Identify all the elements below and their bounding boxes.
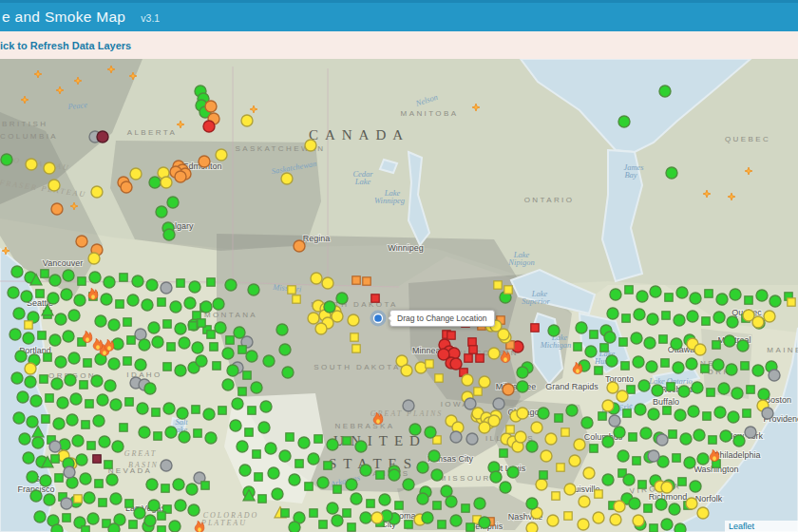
monitor-dot[interactable] — [51, 524, 63, 532]
monitor-dot[interactable] — [63, 331, 74, 342]
monitor-dot[interactable] — [709, 436, 716, 444]
monitor-dot[interactable] — [61, 498, 72, 509]
monitor-dot[interactable] — [30, 490, 42, 502]
monitor-dot[interactable] — [606, 355, 618, 367]
monitor-dot[interactable] — [623, 474, 635, 485]
monitor-dot[interactable] — [15, 351, 27, 362]
monitor-dot[interactable] — [324, 462, 332, 469]
monitor-dot[interactable] — [170, 301, 181, 313]
monitor-dot[interactable] — [526, 522, 538, 532]
monitor-dot[interactable] — [87, 442, 95, 449]
monitor-dot[interactable] — [661, 519, 673, 530]
monitor-dot[interactable] — [327, 503, 338, 514]
monitor-dot[interactable] — [139, 339, 150, 351]
monitor-dot[interactable] — [44, 162, 55, 174]
monitor-dot[interactable] — [360, 512, 371, 523]
monitor-dot[interactable] — [465, 398, 476, 409]
monitor-dot[interactable] — [65, 374, 76, 386]
monitor-dot[interactable] — [728, 411, 739, 423]
monitor-dot[interactable] — [648, 450, 659, 462]
monitor-dot[interactable] — [547, 515, 559, 526]
monitor-dot[interactable] — [526, 441, 538, 452]
monitor-dot[interactable] — [148, 322, 160, 333]
monitor-dot[interactable] — [207, 278, 215, 286]
monitor-dot[interactable] — [144, 515, 156, 526]
monitor-dot[interactable] — [97, 394, 108, 406]
monitor-dot[interactable] — [127, 294, 139, 306]
monitor-dot[interactable] — [49, 334, 61, 346]
monitor-dot[interactable] — [19, 433, 30, 445]
monitor-dot[interactable] — [745, 296, 752, 304]
monitor-dot[interactable] — [692, 382, 703, 393]
monitor-dot[interactable] — [44, 353, 51, 361]
monitor-dot[interactable] — [237, 441, 248, 452]
monitor-dot[interactable] — [602, 400, 614, 411]
monitor-dot[interactable] — [479, 517, 490, 528]
monitor-dot[interactable] — [409, 424, 421, 435]
monitor-dot[interactable] — [595, 367, 602, 374]
monitor-dot[interactable] — [629, 433, 636, 441]
monitor-dot[interactable] — [53, 418, 65, 429]
monitor-dot[interactable] — [165, 427, 177, 438]
monitor-dot[interactable] — [322, 277, 333, 289]
monitor-dot[interactable] — [222, 348, 234, 359]
monitor-dot[interactable] — [727, 316, 738, 328]
monitor-dot[interactable] — [468, 338, 476, 346]
monitor-dot[interactable] — [177, 279, 184, 287]
monitor-dot[interactable] — [30, 395, 42, 407]
monitor-dot[interactable] — [503, 384, 514, 395]
monitor-dot[interactable] — [371, 294, 379, 302]
monitor-dot[interactable] — [720, 430, 732, 442]
monitor-dot[interactable] — [661, 359, 669, 367]
monitor-dot[interactable] — [623, 409, 631, 417]
monitor-dot[interactable] — [714, 407, 726, 418]
monitor-dot[interactable] — [74, 294, 86, 306]
monitor-dot[interactable] — [127, 336, 135, 344]
monitor-dot[interactable] — [745, 427, 756, 438]
monitor-dot[interactable] — [200, 301, 212, 313]
monitor-dot[interactable] — [694, 344, 706, 355]
monitor-dot[interactable] — [500, 482, 511, 493]
monitor-dot[interactable] — [68, 310, 80, 321]
monitor-dot[interactable] — [405, 521, 412, 528]
monitor-dot[interactable] — [49, 441, 61, 452]
monitor-dot[interactable] — [638, 481, 646, 488]
monitor-dot[interactable] — [93, 415, 104, 427]
monitor-dot[interactable] — [13, 308, 25, 319]
monitor-dot[interactable] — [108, 523, 120, 532]
monitor-dot[interactable] — [23, 332, 34, 344]
monitor-dot[interactable] — [669, 504, 680, 515]
monitor-dot[interactable] — [10, 329, 21, 340]
monitor-dot[interactable] — [135, 329, 146, 340]
monitor-dot[interactable] — [120, 274, 127, 281]
monitor-dot[interactable] — [517, 367, 528, 378]
monitor-dot[interactable] — [272, 488, 283, 500]
monitor-dot[interactable] — [474, 498, 485, 509]
monitor-dot[interactable] — [27, 416, 38, 428]
monitor-dot[interactable] — [251, 382, 262, 393]
monitor-dot[interactable] — [614, 427, 625, 438]
monitor-dot[interactable] — [146, 279, 158, 291]
monitor-dot[interactable] — [585, 346, 597, 357]
monitor-dot[interactable] — [684, 457, 695, 468]
monitor-dot[interactable] — [135, 359, 146, 370]
monitor-dot[interactable] — [678, 478, 686, 485]
monitor-dot[interactable] — [97, 131, 108, 142]
monitor-dot[interactable] — [76, 236, 87, 247]
monitor-dot[interactable] — [8, 287, 19, 298]
monitor-dot[interactable] — [343, 437, 351, 445]
monitor-dot[interactable] — [216, 149, 227, 161]
monitor-dot[interactable] — [41, 270, 48, 277]
monitor-dot[interactable] — [289, 474, 300, 485]
monitor-dot[interactable] — [646, 361, 657, 372]
monitor-dot[interactable] — [201, 482, 209, 489]
monitor-dot[interactable] — [713, 312, 725, 323]
monitor-dot[interactable] — [161, 460, 172, 471]
monitor-dot[interactable] — [66, 414, 78, 426]
monitor-dot[interactable] — [360, 465, 371, 476]
monitor-dot[interactable] — [51, 203, 63, 215]
monitor-dot[interactable] — [652, 385, 663, 396]
monitor-dot[interactable] — [258, 422, 270, 433]
monitor-dot[interactable] — [175, 171, 186, 182]
monitor-dot[interactable] — [213, 298, 224, 310]
